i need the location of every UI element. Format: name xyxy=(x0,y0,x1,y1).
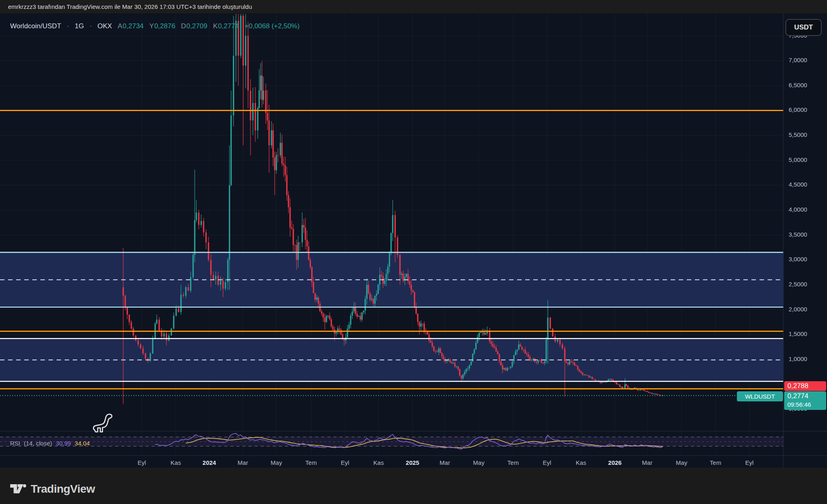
svg-text:Mar: Mar xyxy=(440,459,450,466)
tradingview-logo[interactable]: TradingView xyxy=(10,483,95,496)
svg-text:Tem: Tem xyxy=(710,459,721,466)
svg-text:5,5000: 5,5000 xyxy=(789,131,807,138)
chart-canvas[interactable]: 7,50007,00006,50006,00005,50005,00004,50… xyxy=(0,13,827,468)
ohlc-high: Y0,2876 xyxy=(149,22,175,30)
svg-text:Kas: Kas xyxy=(373,459,384,466)
tradingview-logo-icon xyxy=(10,484,26,494)
currency-toggle-button[interactable]: USDT xyxy=(785,19,822,36)
symbol-title[interactable]: Worldcoin/USDT xyxy=(10,22,61,30)
svg-text:6,5000: 6,5000 xyxy=(789,82,807,88)
chart-background xyxy=(0,13,827,468)
svg-text:2,5000: 2,5000 xyxy=(789,281,807,288)
last-price-value: 0,2774 xyxy=(787,391,826,401)
legend-separator: · xyxy=(67,22,69,30)
ohlc-close: K0,2774 xyxy=(213,22,239,30)
svg-text:Tem: Tem xyxy=(507,459,519,466)
svg-text:6,0000: 6,0000 xyxy=(789,106,807,113)
rsi-value: 30,99 xyxy=(56,440,71,447)
svg-text:May: May xyxy=(271,459,282,466)
last-price-label: 0,2774 09:56:46 xyxy=(784,391,826,410)
svg-text:4,5000: 4,5000 xyxy=(789,181,807,188)
svg-text:Mar: Mar xyxy=(642,459,652,466)
rsi-title[interactable]: RSI xyxy=(10,440,20,447)
svg-text:2026: 2026 xyxy=(608,459,621,466)
tradingview-logo-text: TradingView xyxy=(31,483,95,496)
svg-text:May: May xyxy=(676,459,688,466)
exchange-label: OKX xyxy=(97,22,112,30)
legend-separator: · xyxy=(90,22,92,30)
change-label: +0,0068 (+2,50%) xyxy=(245,22,300,30)
rsi-ma-value: 34,04 xyxy=(75,440,90,447)
svg-text:Eyl: Eyl xyxy=(745,459,754,466)
ohlc-low: D0,2709 xyxy=(181,22,207,30)
svg-text:Tem: Tem xyxy=(305,459,317,466)
svg-text:2024: 2024 xyxy=(202,459,216,466)
svg-text:3,0000: 3,0000 xyxy=(789,256,807,262)
svg-text:3,5000: 3,5000 xyxy=(789,231,807,238)
svg-text:1,5000: 1,5000 xyxy=(789,330,807,337)
svg-text:Kas: Kas xyxy=(576,459,586,466)
svg-text:4,0000: 4,0000 xyxy=(789,206,807,213)
rsi-legend[interactable]: RSI (14, close) 30,99 34,04 xyxy=(10,440,90,447)
alert-price-label: 0,2788 xyxy=(784,381,826,391)
ohlc-open: A0,2734 xyxy=(118,22,143,30)
attribution-text: emrkrzzz3 tarafından TradingView.com ile… xyxy=(8,3,252,10)
interval-label[interactable]: 1G xyxy=(75,22,84,30)
symbol-legend[interactable]: Worldcoin/USDT · 1G · OKX A0,2734 Y0,287… xyxy=(10,22,300,30)
svg-text:5,0000: 5,0000 xyxy=(789,156,807,163)
bar-countdown: 09:56:46 xyxy=(787,401,826,409)
svg-text:2,0000: 2,0000 xyxy=(789,306,807,313)
svg-text:Eyl: Eyl xyxy=(341,459,349,466)
ticker-tag: WLDUSDT xyxy=(737,391,783,401)
attribution-bar: emrkrzzz3 tarafından TradingView.com ile… xyxy=(0,0,827,13)
svg-text:Eyl: Eyl xyxy=(543,459,551,466)
svg-text:7,0000: 7,0000 xyxy=(789,57,807,63)
rsi-params: (14, close) xyxy=(24,440,52,447)
svg-text:May: May xyxy=(473,459,485,466)
svg-text:Mar: Mar xyxy=(238,459,248,466)
svg-text:1,0000: 1,0000 xyxy=(789,355,807,362)
svg-text:Eyl: Eyl xyxy=(138,459,146,466)
tradingview-screenshot: emrkrzzz3 tarafından TradingView.com ile… xyxy=(0,0,827,504)
svg-text:Kas: Kas xyxy=(170,459,181,466)
svg-text:2025: 2025 xyxy=(406,459,419,466)
dino-watermark-icon xyxy=(92,413,118,436)
